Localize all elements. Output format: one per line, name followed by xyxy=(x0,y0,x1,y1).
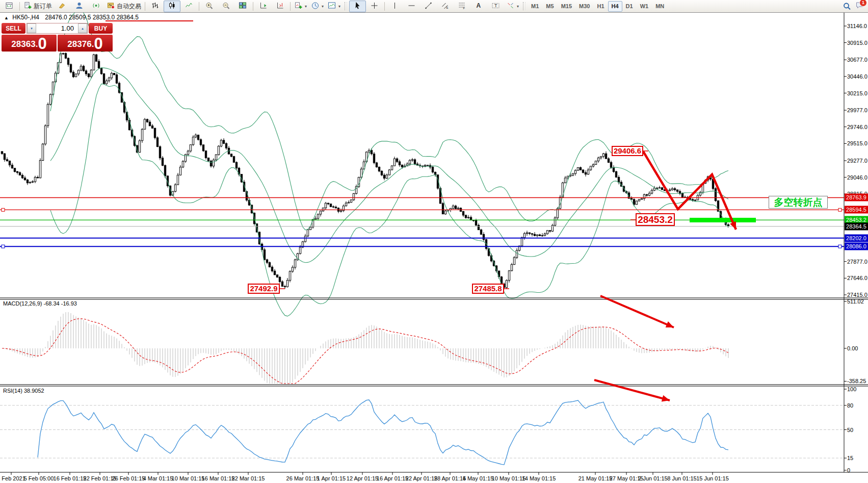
search-button[interactable] xyxy=(838,1,855,12)
macd-axis-tick: 0.00 xyxy=(847,345,858,351)
rsi-axis-tick: 50 xyxy=(847,427,853,433)
price-axis-tick: 30446.0 xyxy=(847,73,867,80)
volume-decrease-button[interactable]: ▾ xyxy=(27,23,36,33)
new-order-button[interactable]: 新订单 xyxy=(21,1,54,12)
volume-increase-button[interactable]: ▴ xyxy=(78,23,87,33)
chart-window[interactable]: ▲ HK50-,H4 28476.0 28509.5 28353.0 28364… xyxy=(0,12,868,483)
autotrading-button[interactable]: 自动交易 xyxy=(104,1,143,12)
price-axis-tick: 29746.0 xyxy=(847,124,867,130)
collapse-arrow-icon[interactable]: ▲ xyxy=(4,15,9,20)
new-order-icon xyxy=(23,2,32,11)
zoom-out-button[interactable] xyxy=(218,1,234,12)
timeframe-h1-button[interactable]: H1 xyxy=(593,1,608,12)
sell-price-main: 28363 xyxy=(11,38,35,51)
price-tag-annotation[interactable]: 29406.6 xyxy=(612,146,643,156)
macd-panel xyxy=(2,312,728,384)
sell-price-button[interactable]: 28363.0 xyxy=(2,35,57,52)
symbol-period-label: HK50-,H4 xyxy=(12,14,39,21)
timeframe-m15-button[interactable]: M15 xyxy=(558,1,575,12)
line-chart-button[interactable] xyxy=(180,1,197,12)
autotrading-button-label: 自动交易 xyxy=(117,2,141,11)
crosshair-icon xyxy=(370,2,379,11)
time-axis-label: 10 May 01:15 xyxy=(492,475,526,481)
buy-button[interactable]: BUY xyxy=(89,23,113,34)
crosshair-button[interactable] xyxy=(366,1,383,12)
vertical-line-button[interactable] xyxy=(386,1,403,12)
rsi-axis-tick: 80 xyxy=(847,402,853,409)
equidistant-channel-button[interactable]: E xyxy=(437,1,454,12)
toolbar-separator xyxy=(290,2,291,11)
volume-input[interactable]: 1.00 xyxy=(36,23,78,33)
timeframe-h4-button[interactable]: H4 xyxy=(608,1,622,12)
rsi-levels xyxy=(0,405,844,458)
indicators-icon xyxy=(328,2,336,11)
note-annotation[interactable]: 多空转折点 xyxy=(769,196,828,209)
timeframe-d1-button[interactable]: D1 xyxy=(622,1,637,12)
zoom-in-icon xyxy=(205,2,214,11)
time-axis-label: 16 Mar 01:15 xyxy=(202,475,235,481)
equidistant-channel-icon: E xyxy=(441,2,450,11)
level-price-label: 28594.5 xyxy=(845,206,868,214)
notification-badge: 1 xyxy=(859,0,867,7)
fibonacci-button[interactable]: F xyxy=(454,1,470,12)
bollinger-bands xyxy=(50,11,728,316)
buy-price-main: 28376 xyxy=(67,38,91,51)
order-row: SELL ▾ 1.00 ▴ BUY xyxy=(2,23,113,34)
time-axis-label: 26 Feb 01:15 xyxy=(112,475,145,481)
level-price-label: 28086.0 xyxy=(845,243,868,250)
arrows-button[interactable]: ▾ xyxy=(504,1,521,12)
timeframe-w1-button[interactable]: W1 xyxy=(637,1,652,12)
cursor-button[interactable] xyxy=(349,1,366,12)
profiles-button[interactable] xyxy=(71,1,88,12)
time-axis-label: 12 Apr 01:15 xyxy=(347,475,378,481)
autotrading-icon xyxy=(107,2,115,11)
timeframe-m30-button[interactable]: M30 xyxy=(575,1,593,12)
price-axis-tick: 29277.0 xyxy=(847,158,867,164)
time-axis-label: 5 Feb 05:00 xyxy=(24,475,54,481)
price-axis-tick: 29977.0 xyxy=(847,107,867,113)
timeframe-m1-button[interactable]: M1 xyxy=(528,1,542,12)
candlestick-chart-button[interactable] xyxy=(164,1,180,12)
price-axis-tick: 27415.0 xyxy=(847,292,867,298)
timeframe-mn-button[interactable]: MN xyxy=(652,1,668,12)
price-axis-tick: 31146.0 xyxy=(847,23,867,29)
price-axis-tick: 30915.0 xyxy=(847,40,867,46)
sell-button[interactable]: SELL xyxy=(2,23,25,34)
horizontal-line-button[interactable] xyxy=(403,1,420,12)
text-label-icon: T xyxy=(491,2,500,11)
trendline-button[interactable] xyxy=(420,1,437,12)
text-icon: A xyxy=(475,2,483,11)
tile-windows-button[interactable] xyxy=(234,1,251,12)
styler-button[interactable] xyxy=(54,1,71,12)
signals-button[interactable] xyxy=(88,1,104,12)
bar-chart-icon xyxy=(151,2,160,11)
chevron-down-icon: ▾ xyxy=(517,4,519,9)
periods-button[interactable]: ▾ xyxy=(309,1,326,12)
chart-shift-button[interactable] xyxy=(272,1,288,12)
price-tag-annotation[interactable]: 28453.2 xyxy=(636,213,675,226)
toolbar-separator xyxy=(19,2,20,11)
new-chart-button[interactable]: ▾ xyxy=(292,1,309,12)
text-button[interactable]: A xyxy=(470,1,487,12)
current-price-label: 28364.5 xyxy=(845,222,868,230)
buy-price-button[interactable]: 28376.0 xyxy=(58,35,113,52)
rsi-axis-tick: 100 xyxy=(847,386,856,392)
rsi-line xyxy=(38,400,728,465)
auto-scroll-button[interactable] xyxy=(255,1,272,12)
zoom-in-button[interactable] xyxy=(201,1,218,12)
timeframe-m5-button[interactable]: M5 xyxy=(542,1,557,12)
macd-indicator-label: MACD(12,26,9) -68.34 -16.93 xyxy=(3,300,77,307)
candlestick-chart-icon xyxy=(168,2,176,11)
notifications-button[interactable]: 1 xyxy=(855,1,864,11)
market-watch-button[interactable] xyxy=(1,1,18,12)
price-axis-tick: 27877.0 xyxy=(847,259,867,265)
time-axis-label: 16 Apr 01:15 xyxy=(377,475,408,481)
text-label-button[interactable]: T xyxy=(487,1,504,12)
macd-axis-tick: -358.25 xyxy=(847,378,866,384)
price-tag-annotation[interactable]: 27485.8 xyxy=(472,284,504,294)
price-tag-annotation[interactable]: 27492.9 xyxy=(248,284,280,294)
time-axis-label: 28 Apr 01:15 xyxy=(434,475,466,481)
bar-chart-button[interactable] xyxy=(147,1,164,12)
indicators-button[interactable]: ▾ xyxy=(326,1,343,12)
line-chart-icon xyxy=(185,2,193,11)
